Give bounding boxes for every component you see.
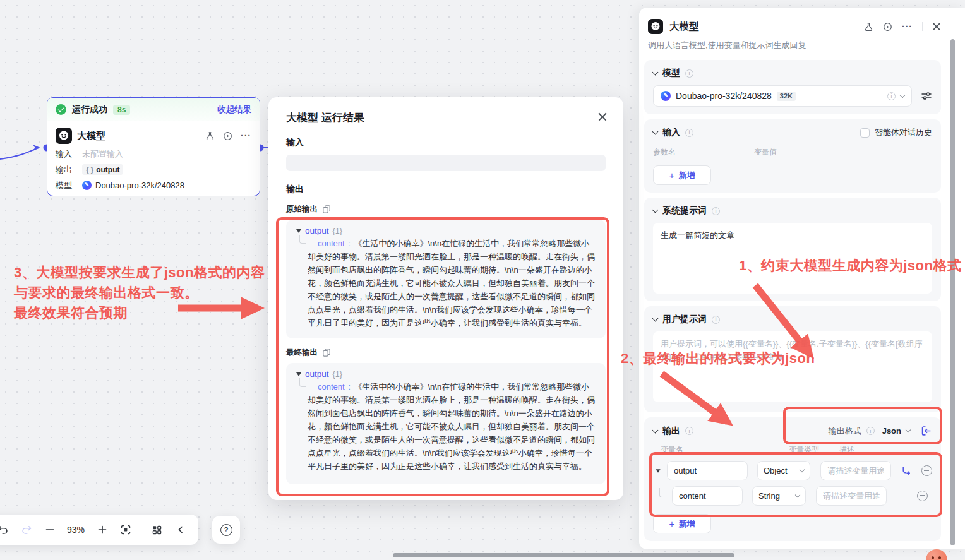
info-icon — [685, 129, 693, 137]
output-variable-row: Object — [653, 461, 932, 480]
canvas-toolbar: 93% — [0, 515, 198, 545]
copy-icon[interactable] — [323, 349, 330, 357]
modal-input-field[interactable] — [286, 155, 606, 171]
json-key: output — [305, 226, 329, 235]
apply-format-icon[interactable] — [920, 425, 932, 437]
user-prompt-editor[interactable] — [653, 331, 932, 402]
output-format-label: 输出格式 — [829, 426, 861, 437]
fit-view-icon[interactable] — [114, 517, 137, 542]
chevron-down-icon[interactable] — [652, 207, 659, 213]
model-select[interactable]: Doubao-pro-32k/240828 32K — [653, 85, 912, 107]
run-result-modal: 大模型 运行结果 输入 输出 原始输出 output {1} content :… — [268, 97, 623, 500]
curly-braces-icon: { } — [86, 166, 93, 174]
redo-icon[interactable] — [15, 517, 38, 542]
tree-connector — [299, 378, 306, 387]
output-variable-badge: { } output — [82, 164, 123, 175]
chevron-down-icon[interactable] — [652, 69, 659, 76]
more-options-icon[interactable] — [241, 131, 251, 140]
var-desc-input[interactable] — [820, 461, 891, 480]
node-run-status-bar: 运行成功 8s 收起结果 — [47, 98, 260, 121]
question-mark-icon — [220, 524, 232, 536]
remove-field-icon[interactable] — [921, 465, 932, 476]
more-options-icon[interactable] — [902, 22, 913, 31]
llm-node-icon — [56, 128, 72, 144]
panel-close-icon[interactable] — [933, 23, 941, 31]
panel-title: 大模型 — [669, 20, 699, 33]
test-run-icon[interactable] — [205, 131, 215, 141]
var-name-input[interactable] — [672, 486, 743, 506]
node-title: 大模型 — [77, 130, 105, 142]
node-model-label: 模型 — [56, 180, 82, 191]
param-value-column-header: 变量值 — [754, 147, 777, 158]
var-type-select[interactable]: String — [752, 486, 806, 506]
var-desc-column-header: 描述 — [839, 444, 854, 455]
collapse-caret-icon[interactable] — [296, 229, 301, 233]
json-count-badge: {1} — [333, 370, 342, 379]
node-input-label: 输入 — [56, 148, 82, 160]
var-desc-input[interactable] — [816, 486, 887, 506]
run-node-icon[interactable] — [223, 131, 232, 141]
success-check-icon — [56, 104, 66, 115]
canvas-horizontal-scrollbar[interactable] — [393, 553, 734, 557]
llm-node-card[interactable]: 运行成功 8s 收起结果 大模型 输入 — [47, 97, 260, 196]
var-type-select[interactable]: Object — [757, 461, 810, 480]
system-prompt-editor[interactable]: 生成一篇简短的文章 — [653, 223, 932, 294]
collapse-toolbar-icon[interactable] — [169, 517, 192, 542]
raw-output-box: output {1} content : 《生活中的小确幸》\n\n在忙碌的生活… — [286, 220, 606, 338]
modal-close-icon[interactable] — [598, 112, 607, 121]
add-input-param-button[interactable]: + 新增 — [653, 165, 711, 185]
add-output-var-button[interactable]: + 新增 — [653, 514, 711, 533]
chevron-down-icon[interactable] — [652, 427, 659, 433]
help-button[interactable] — [212, 516, 240, 544]
input-section-card: 输入 智能体对话历史 参数名 变量值 + 新增 — [644, 119, 941, 193]
chat-history-label: 智能体对话历史 — [875, 127, 932, 138]
panel-scrollbar[interactable] — [950, 39, 955, 545]
zoom-level[interactable]: 93% — [61, 525, 90, 535]
doubao-logo-icon — [661, 91, 671, 101]
collapse-caret-icon[interactable] — [656, 469, 660, 473]
chat-history-checkbox[interactable] — [860, 128, 870, 138]
add-child-field-icon[interactable] — [901, 465, 911, 476]
info-icon — [887, 92, 896, 100]
final-output-box: output {1} content : 《生活中的小确幸》\n\n在忙碌的生活… — [286, 363, 606, 484]
input-section-title: 输入 — [662, 127, 680, 138]
modal-input-label: 输入 — [286, 137, 606, 148]
remove-field-icon[interactable] — [917, 491, 928, 501]
node-input-value: 未配置输入 — [82, 148, 123, 160]
info-icon — [685, 427, 693, 435]
collapse-result-link[interactable]: 收起结果 — [217, 104, 251, 116]
test-run-icon[interactable] — [864, 22, 873, 32]
var-name-column-header: 变量名 — [653, 444, 769, 455]
chevron-down-icon — [795, 492, 800, 497]
chevron-down-icon[interactable] — [652, 316, 659, 322]
copy-icon[interactable] — [323, 205, 330, 213]
run-status-label: 运行成功 — [72, 104, 107, 116]
run-duration-badge: 8s — [113, 105, 130, 115]
context-size-badge: 32K — [777, 92, 796, 101]
run-node-icon[interactable] — [883, 22, 892, 32]
chevron-down-icon[interactable] — [652, 129, 659, 135]
chevron-down-icon — [800, 467, 805, 472]
layout-grid-icon[interactable] — [145, 517, 169, 542]
var-name-input[interactable] — [667, 461, 748, 480]
llm-node-icon — [648, 19, 663, 34]
tree-connector — [659, 488, 668, 497]
undo-icon[interactable] — [0, 517, 15, 542]
collapse-caret-icon[interactable] — [296, 372, 301, 376]
info-icon — [866, 427, 875, 435]
info-icon — [712, 207, 720, 215]
json-field: content — [318, 382, 345, 391]
model-section-title: 模型 — [662, 68, 680, 79]
param-name-column-header: 参数名 — [653, 147, 754, 158]
zoom-out-icon[interactable] — [38, 517, 61, 542]
zoom-in-icon[interactable] — [90, 517, 114, 542]
system-prompt-title: 系统提示词 — [662, 205, 707, 217]
divider — [922, 22, 923, 31]
modal-output-label: 输出 — [286, 184, 606, 195]
model-section-card: 模型 Doubao-pro-32k/240828 32K — [644, 60, 941, 114]
model-settings-sliders-icon[interactable] — [921, 90, 932, 102]
chevron-down-icon[interactable] — [906, 427, 911, 432]
json-field: content — [318, 239, 345, 248]
output-format-value[interactable]: Json — [882, 426, 901, 436]
output-child-variable-row: String — [653, 486, 932, 506]
